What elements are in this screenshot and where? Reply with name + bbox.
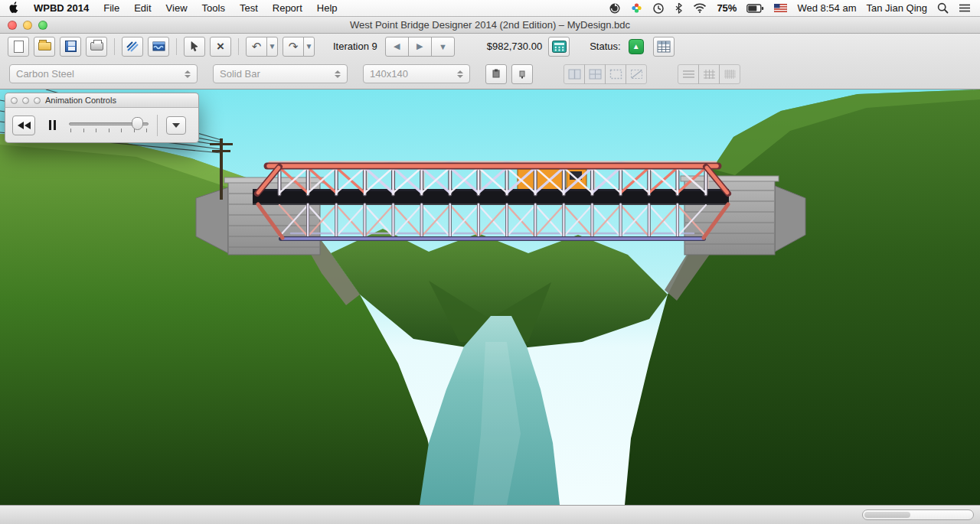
material-select[interactable]: Carbon Steel xyxy=(9,64,198,83)
wifi-icon[interactable] xyxy=(693,3,707,13)
snap-grid-button[interactable] xyxy=(626,64,647,84)
menu-tools[interactable]: Tools xyxy=(202,2,225,14)
cost-display: $982,730.00 xyxy=(487,41,542,52)
rewind-button[interactable] xyxy=(12,116,35,135)
select-tool-button[interactable] xyxy=(184,37,205,57)
status-ok-badge: ▲ xyxy=(629,39,644,54)
redo-icon: ↷ xyxy=(289,41,299,52)
bridge-scene-viewport[interactable]: Animation Controls xyxy=(0,90,980,505)
cost-calculator-button[interactable] xyxy=(548,37,570,57)
menu-help[interactable]: Help xyxy=(317,2,338,14)
palette-zoom-button[interactable] xyxy=(34,97,41,104)
main-toolbar: × ↶ ▼ ↷ ▼ Iteration 9 ◀ ▶ ▼ $982,730.00 … xyxy=(0,34,980,59)
time-machine-icon[interactable] xyxy=(652,2,665,15)
palette-titlebar[interactable]: Animation Controls xyxy=(5,93,199,108)
palette-title: Animation Controls xyxy=(45,96,116,105)
menu-view[interactable]: View xyxy=(166,2,188,14)
slider-thumb[interactable] xyxy=(132,117,143,130)
calculator-icon xyxy=(552,41,567,53)
status-label: Status: xyxy=(582,41,628,52)
apple-logo-icon xyxy=(9,2,19,13)
delete-member-button[interactable]: × xyxy=(210,37,231,57)
horizontal-scrollbar[interactable] xyxy=(862,509,974,520)
bridge-deck xyxy=(253,189,729,205)
increase-size-icon xyxy=(492,69,501,79)
load-test-view-button[interactable] xyxy=(148,37,169,57)
down-arrow-icon: ▼ xyxy=(439,42,447,51)
bluetooth-icon[interactable] xyxy=(675,2,683,14)
window-titlebar[interactable]: West Point Bridge Designer 2014 (2nd Edi… xyxy=(0,17,980,34)
palette-close-button[interactable] xyxy=(11,97,18,104)
undo-caret-icon: ▼ xyxy=(269,43,276,50)
select-arrows-icon xyxy=(328,70,341,78)
fine-grid-button[interactable] xyxy=(719,64,740,84)
ruler-lines-icon xyxy=(682,69,695,80)
back-arrow-icon: ◀ xyxy=(394,41,400,51)
back-iteration-button[interactable]: ◀ xyxy=(385,37,409,57)
grid-view-icon xyxy=(589,69,602,80)
decrease-size-icon xyxy=(518,69,527,79)
print-button[interactable] xyxy=(86,37,107,57)
snap-grid-icon xyxy=(630,69,643,80)
redo-menu-button[interactable]: ▼ xyxy=(303,37,315,57)
pinwheel-icon[interactable] xyxy=(631,2,642,14)
member-toolbar: Carbon Steel Solid Bar 140x140 xyxy=(0,59,980,90)
forward-iteration-button[interactable]: ▶ xyxy=(408,37,432,57)
section-select[interactable]: Solid Bar xyxy=(213,64,348,83)
menubar-clock[interactable]: Wed 8:54 am xyxy=(797,2,856,14)
animation-options-button[interactable] xyxy=(166,116,186,135)
load-test-results-button[interactable] xyxy=(653,37,675,57)
redo-button[interactable]: ↷ xyxy=(283,37,304,57)
menu-edit[interactable]: Edit xyxy=(134,2,151,14)
animation-controls-palette[interactable]: Animation Controls xyxy=(5,93,199,143)
select-arrows-icon xyxy=(451,70,463,78)
undo-menu-button[interactable]: ▼ xyxy=(266,37,278,57)
menu-file[interactable]: File xyxy=(103,2,119,14)
window-bottom-bar xyxy=(0,505,980,524)
redo-caret-icon: ▼ xyxy=(305,43,313,50)
menu-report[interactable]: Report xyxy=(273,2,302,14)
pause-icon xyxy=(54,120,56,130)
pause-button[interactable] xyxy=(44,116,60,135)
drawing-board-icon xyxy=(126,41,139,52)
menubar-app-name[interactable]: WPBD 2014 xyxy=(34,2,89,14)
member-view-split-button[interactable] xyxy=(564,64,585,84)
increase-member-size-button[interactable] xyxy=(485,64,507,84)
menubar-user[interactable]: Tan Jian Qing xyxy=(867,2,928,14)
load-test-icon xyxy=(152,41,165,52)
results-table-icon xyxy=(657,41,671,53)
ruler-toggle-button[interactable] xyxy=(678,64,699,84)
notification-center-icon[interactable] xyxy=(959,3,971,13)
size-value: 140x140 xyxy=(370,68,408,80)
rewind-icon xyxy=(18,122,24,129)
iteration-label: Iteration 9 xyxy=(325,41,385,52)
spotlight-icon[interactable] xyxy=(937,2,949,14)
save-file-button[interactable] xyxy=(60,37,81,57)
coarse-grid-button[interactable] xyxy=(698,64,720,84)
section-value: Solid Bar xyxy=(220,68,260,80)
palette-minimize-button[interactable] xyxy=(22,97,29,104)
member-view-grid-button[interactable] xyxy=(584,64,606,84)
new-file-icon xyxy=(14,41,24,53)
palette-divider xyxy=(157,115,158,136)
scrollbar-thumb[interactable] xyxy=(864,512,910,518)
printer-icon xyxy=(90,42,103,50)
menu-test[interactable]: Test xyxy=(240,2,258,14)
open-file-button[interactable] xyxy=(34,37,55,57)
drawing-board-view-button[interactable] xyxy=(122,37,143,57)
sync-status-icon[interactable] xyxy=(609,2,621,15)
iteration-list-button[interactable]: ▼ xyxy=(431,37,455,57)
decrease-member-size-button[interactable] xyxy=(511,64,533,84)
coarse-grid-icon xyxy=(703,69,716,80)
status-up-arrow-icon: ▲ xyxy=(632,42,640,50)
template-toggle-button[interactable] xyxy=(605,64,626,84)
input-language-flag-icon[interactable] xyxy=(774,4,787,12)
undo-button[interactable]: ↶ xyxy=(246,37,267,57)
size-select[interactable]: 140x140 xyxy=(363,64,470,83)
animation-speed-slider[interactable] xyxy=(69,116,149,135)
new-file-button[interactable] xyxy=(8,37,29,57)
apple-menu[interactable] xyxy=(9,2,19,15)
battery-icon[interactable] xyxy=(746,4,764,13)
forward-arrow-icon: ▶ xyxy=(416,41,423,51)
pause-icon xyxy=(49,120,51,130)
